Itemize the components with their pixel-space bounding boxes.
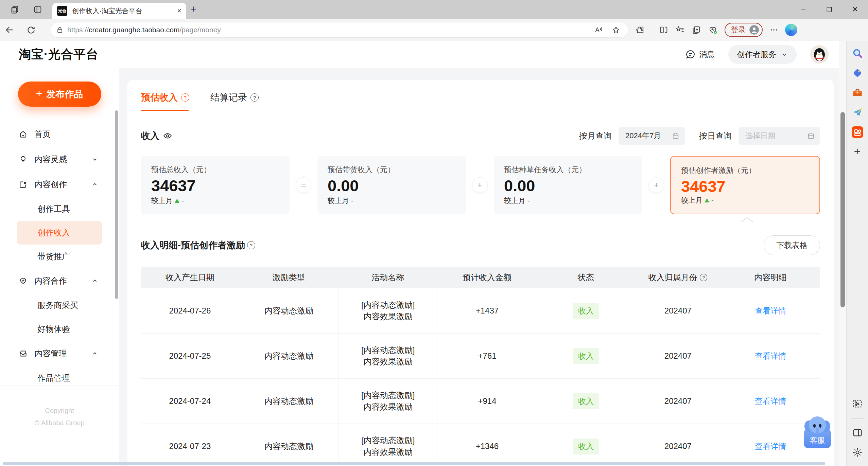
copilot-icon[interactable] [785, 24, 797, 36]
income-tabs: 预估收入 ? 结算记录 ? [141, 80, 820, 111]
tab-settlement-records[interactable]: 结算记录 ? [210, 91, 259, 111]
sidebar-item-creation[interactable]: 内容创作 [0, 172, 119, 197]
help-icon[interactable]: ? [250, 93, 259, 102]
trend-up-icon [705, 198, 709, 202]
close-button[interactable]: ✕ [842, 5, 868, 14]
lightbulb-icon [19, 155, 28, 164]
view-details-link[interactable]: 查看详情 [755, 306, 786, 316]
chevron-up-icon [92, 181, 98, 187]
url-text: https://creator.guanghe.taobao.com/page/… [67, 26, 594, 34]
download-table-button[interactable]: 下载表格 [764, 235, 820, 255]
refresh-icon[interactable] [27, 25, 42, 35]
minimize-button[interactable]: – [791, 5, 816, 14]
chevron-down-icon [92, 156, 98, 162]
settings-more-icon[interactable] [769, 25, 778, 34]
toolbox-icon[interactable] [852, 87, 863, 98]
sidebar-item-goods-experience[interactable]: 好物体验 [17, 317, 102, 341]
chevron-up-icon [92, 278, 98, 284]
kuaishou-icon[interactable] [852, 126, 863, 138]
window-controls: – ❐ ✕ [791, 0, 868, 19]
month-picker[interactable]: 2024年7月 [619, 127, 685, 145]
sidebar-toggle-icon[interactable] [852, 427, 863, 438]
inbox-icon [19, 349, 28, 358]
restore-button[interactable]: ❐ [816, 6, 842, 14]
table-row: 2024-07-23 内容动态激励 [内容动态激励] 内容效果激励 +1346 … [141, 424, 820, 466]
favorites-list-icon[interactable] [675, 25, 685, 35]
view-details-link[interactable]: 查看详情 [755, 396, 786, 407]
sidebar-item-management[interactable]: 内容管理 [0, 341, 119, 366]
tab-title: 创作收入·淘宝光合平台 [72, 6, 174, 16]
workspaces-icon[interactable] [10, 5, 20, 14]
table-row: 2024-07-24 内容动态激励 [内容动态激励] 内容效果激励 +914 收… [141, 379, 820, 424]
sidebar-search-icon[interactable] [852, 48, 863, 59]
browser-essentials-icon[interactable] [708, 25, 718, 35]
main-content: 预估收入 ? 结算记录 ? 收入 [119, 68, 839, 466]
browser-tab[interactable]: 光合 创作收入·淘宝光合平台 × [52, 3, 186, 19]
help-icon[interactable]: ? [181, 93, 189, 102]
browser-window: 光合 创作收入·淘宝光合平台 × + – ❐ ✕ https://creator… [0, 0, 868, 466]
tab-estimated-income[interactable]: 预估收入 ? [141, 91, 189, 111]
view-details-link[interactable]: 查看详情 [755, 351, 786, 361]
screenshot-icon[interactable] [852, 398, 863, 409]
sidebar-item-creation-income[interactable]: 创作收入 [17, 221, 102, 245]
tab-close-icon[interactable]: × [177, 6, 181, 15]
day-picker[interactable]: 选择日期 [739, 127, 820, 145]
help-icon[interactable]: ? [247, 241, 255, 249]
site-logo[interactable]: 淘宝·光合平台 [19, 46, 99, 63]
scrollbar-thumb[interactable] [840, 112, 845, 307]
table-row: 2024-07-26 内容动态激励 [内容动态激励] 内容效果激励 +1437 … [141, 288, 820, 334]
read-aloud-icon[interactable]: A [594, 25, 604, 35]
card-total-income[interactable]: 预估总收入（元） 34637 较上月- [141, 156, 290, 214]
user-avatar[interactable] [810, 45, 829, 64]
sidebar-item-inspiration[interactable]: 内容灵感 [0, 147, 119, 172]
card-goods-income[interactable]: 预估带货收入（元） 0.00 较上月- [317, 156, 466, 214]
sidebar-item-goods-promotion[interactable]: 带货推广 [17, 245, 102, 268]
page-horizontal-scrollbar[interactable] [3, 462, 825, 465]
toolbar-actions: 登录 [636, 23, 797, 37]
sidebar-item-home[interactable]: 首页 [0, 122, 119, 147]
customer-service-float[interactable]: 客服 [804, 416, 831, 448]
compose-icon [19, 180, 28, 189]
messages-button[interactable]: 消息 [685, 49, 715, 60]
web-page: 淘宝·光合平台 消息 创作者服务 [0, 41, 846, 466]
favorite-star-icon[interactable] [611, 25, 621, 35]
status-badge: 收入 [573, 393, 599, 409]
sidebar-item-cooperation[interactable]: 内容合作 [0, 268, 119, 293]
split-screen-icon[interactable] [659, 25, 669, 35]
card-seeding-task-income[interactable]: 预估种草任务收入（元） 0.00 较上月- [494, 156, 642, 214]
message-icon [685, 49, 696, 59]
card-creator-incentive[interactable]: 预估创作者激励（元） 34637 较上月- [670, 156, 820, 214]
back-icon[interactable] [5, 25, 20, 35]
table-row: 2024-07-25 内容动态激励 [内容动态激励] 内容效果激励 +761 收… [141, 334, 820, 379]
shopping-icon[interactable] [852, 67, 863, 79]
titlebar: 光合 创作收入·淘宝光合平台 × + – ❐ ✕ [0, 0, 868, 19]
sidebar-item-service-purchase[interactable]: 服务商采买 [17, 293, 102, 317]
eye-icon[interactable] [163, 131, 172, 141]
address-bar[interactable]: https://creator.guanghe.taobao.com/page/… [50, 22, 628, 37]
income-section-title: 收入 [141, 130, 172, 142]
date-query-group: 按月查询 2024年7月 按日查询 选择日期 [572, 127, 820, 145]
login-button[interactable]: 登录 [725, 23, 763, 37]
view-details-link[interactable]: 查看详情 [755, 441, 786, 452]
collections-icon[interactable] [692, 25, 701, 35]
publish-button[interactable]: + 发布作品 [18, 82, 101, 107]
add-sidebar-item-icon[interactable]: + [854, 146, 861, 156]
settings-gear-icon[interactable] [852, 447, 863, 458]
status-badge: 收入 [573, 303, 599, 319]
day-query-label: 按日查询 [699, 130, 732, 141]
trend-up-icon [175, 199, 179, 203]
send-plane-icon[interactable] [852, 107, 863, 118]
page-vertical-scrollbar[interactable] [839, 41, 846, 466]
help-icon[interactable]: ? [700, 274, 707, 281]
month-header: 收入归属月份? [635, 272, 721, 283]
edge-sidebar: + [846, 41, 868, 466]
sidebar-item-creation-tools[interactable]: 创作工具 [17, 197, 102, 221]
sidebar-scrollbar[interactable] [115, 110, 118, 299]
tab-actions-icon[interactable] [33, 5, 42, 14]
new-tab-button[interactable]: + [190, 3, 196, 15]
status-badge: 收入 [573, 438, 599, 454]
heart-hands-icon [19, 276, 28, 285]
detail-section-title: 收入明细-预估创作者激励 ? [141, 239, 255, 251]
extensions-icon[interactable] [636, 25, 645, 35]
creator-services-dropdown[interactable]: 创作者服务 [728, 45, 797, 64]
